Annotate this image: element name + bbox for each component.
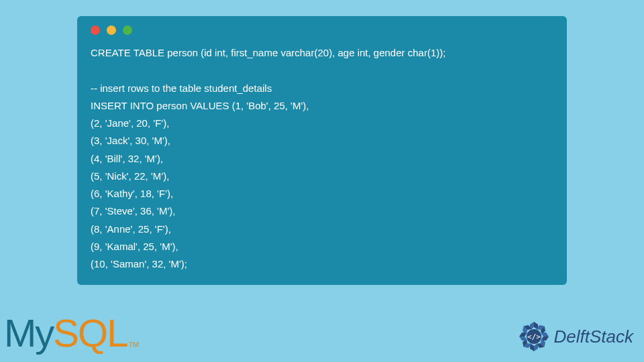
- code-bracket-icon: </>: [527, 333, 541, 341]
- code-content: CREATE TABLE person (id int, first_name …: [91, 44, 553, 273]
- maximize-icon: [123, 25, 132, 35]
- mysql-logo: MySQL TM: [4, 310, 139, 355]
- code-window: CREATE TABLE person (id int, first_name …: [77, 16, 567, 285]
- svg-marker-13: [519, 337, 527, 341]
- delftstack-icon: </>: [518, 320, 550, 353]
- window-controls: [91, 25, 553, 35]
- close-icon: [91, 25, 100, 35]
- mysql-sql-text: SQL: [53, 310, 127, 355]
- mysql-tm-text: TM: [128, 341, 139, 349]
- delftstack-text: DelftStack: [554, 326, 634, 347]
- svg-marker-5: [541, 333, 549, 337]
- minimize-icon: [107, 25, 116, 35]
- mysql-my-text: My: [4, 310, 53, 355]
- delftstack-logo: </> DelftStack: [518, 320, 634, 353]
- svg-marker-9: [534, 343, 538, 351]
